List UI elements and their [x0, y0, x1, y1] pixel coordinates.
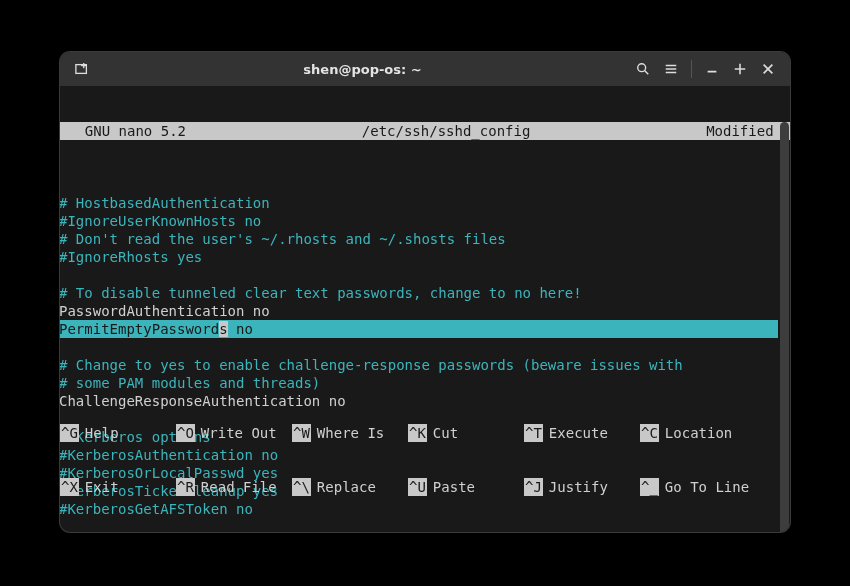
terminal-window: shen@pop-os: ~ GNU nano 5.2 /etc/ssh/ssh…: [60, 52, 790, 532]
shortcut-label: Help: [79, 424, 119, 442]
shortcut-item: ^WWhere Is: [292, 424, 408, 442]
shortcut-label: Exit: [79, 478, 119, 496]
shortcut-key: ^T: [524, 424, 543, 442]
shortcut-key: ^J: [524, 478, 543, 496]
shortcut-item: ^CLocation: [640, 424, 756, 442]
shortcut-label: Go To Line: [659, 478, 749, 496]
shortcut-row: ^GHelp^OWrite Out^WWhere Is^KCut^TExecut…: [60, 424, 778, 442]
close-button[interactable]: [754, 57, 782, 81]
config-text: PasswordAuthentication no: [60, 303, 270, 319]
shortcut-key: ^X: [60, 478, 79, 496]
editor-line[interactable]: # Change to yes to enable challenge-resp…: [60, 356, 790, 374]
comment-text: # Change to yes to enable challenge-resp…: [60, 357, 683, 373]
comment-text: #IgnoreRhosts yes: [60, 249, 202, 265]
comment-text: #IgnoreUserKnownHosts no: [60, 213, 261, 229]
shortcut-item: ^_Go To Line: [640, 478, 756, 496]
shortcut-item: ^GHelp: [60, 424, 176, 442]
shortcut-key: ^G: [60, 424, 79, 442]
shortcut-item: ^RRead File: [176, 478, 292, 496]
minimize-icon: [705, 62, 719, 76]
shortcut-label: Paste: [427, 478, 475, 496]
new-tab-icon: [75, 62, 89, 76]
shortcut-label: Execute: [543, 424, 608, 442]
nano-app-name: GNU nano 5.2: [68, 122, 186, 140]
nano-shortcuts: ^GHelp^OWrite Out^WWhere Is^KCut^TExecut…: [60, 388, 778, 532]
cursor: s: [219, 321, 227, 337]
terminal-area[interactable]: GNU nano 5.2 /etc/ssh/sshd_config Modifi…: [60, 86, 790, 532]
shortcut-key: ^K: [408, 424, 427, 442]
editor-line[interactable]: # To disable tunneled clear text passwor…: [60, 284, 790, 302]
shortcut-key: ^U: [408, 478, 427, 496]
close-icon: [761, 62, 775, 76]
editor-line[interactable]: PasswordAuthentication no: [60, 302, 790, 320]
shortcut-label: Replace: [311, 478, 376, 496]
editor-line[interactable]: [60, 266, 790, 284]
new-tab-button[interactable]: [68, 57, 96, 81]
shortcut-item: ^TExecute: [524, 424, 640, 442]
comment-text: # HostbasedAuthentication: [60, 195, 270, 211]
shortcut-item: ^OWrite Out: [176, 424, 292, 442]
comment-text: # To disable tunneled clear text passwor…: [60, 285, 582, 301]
search-button[interactable]: [629, 57, 657, 81]
shortcut-item: ^XExit: [60, 478, 176, 496]
shortcut-label: Location: [659, 424, 732, 442]
editor-line[interactable]: # Don't read the user's ~/.rhosts and ~/…: [60, 230, 790, 248]
nano-file-name: /etc/ssh/sshd_config: [186, 122, 706, 140]
menu-button[interactable]: [657, 57, 685, 81]
shortcut-item: ^JJustify: [524, 478, 640, 496]
shortcut-key: ^R: [176, 478, 195, 496]
search-icon: [636, 62, 650, 76]
svg-point-3: [638, 64, 646, 72]
svg-line-4: [645, 71, 649, 75]
comment-text: # Don't read the user's ~/.rhosts and ~/…: [60, 231, 506, 247]
editor-line[interactable]: [60, 338, 790, 356]
editor-line[interactable]: # HostbasedAuthentication: [60, 194, 790, 212]
scrollbar[interactable]: [780, 122, 789, 532]
shortcut-label: Read File: [195, 478, 277, 496]
editor-line[interactable]: PermitEmptyPasswords no: [60, 320, 790, 338]
editor-line[interactable]: #IgnoreUserKnownHosts no: [60, 212, 790, 230]
shortcut-label: Write Out: [195, 424, 277, 442]
minimize-button[interactable]: [698, 57, 726, 81]
editor-line[interactable]: #IgnoreRhosts yes: [60, 248, 790, 266]
shortcut-item: ^\Replace: [292, 478, 408, 496]
highlighted-line: PermitEmptyPasswords no: [60, 320, 778, 338]
maximize-button[interactable]: [726, 57, 754, 81]
separator: [691, 60, 692, 78]
shortcut-key: ^W: [292, 424, 311, 442]
shortcut-item: ^KCut: [408, 424, 524, 442]
hamburger-icon: [664, 62, 678, 76]
shortcut-key: ^\: [292, 478, 311, 496]
shortcut-key: ^_: [640, 478, 659, 496]
shortcut-key: ^O: [176, 424, 195, 442]
shortcut-item: ^UPaste: [408, 478, 524, 496]
shortcut-label: Cut: [427, 424, 458, 442]
shortcut-row: ^XExit^RRead File^\Replace^UPaste^JJusti…: [60, 478, 778, 496]
shortcut-label: Where Is: [311, 424, 384, 442]
shortcut-key: ^C: [640, 424, 659, 442]
nano-header: GNU nano 5.2 /etc/ssh/sshd_config Modifi…: [60, 122, 790, 140]
titlebar: shen@pop-os: ~: [60, 52, 790, 86]
nano-status: Modified: [706, 122, 782, 140]
window-title: shen@pop-os: ~: [96, 62, 629, 77]
shortcut-label: Justify: [543, 478, 608, 496]
maximize-icon: [733, 62, 747, 76]
